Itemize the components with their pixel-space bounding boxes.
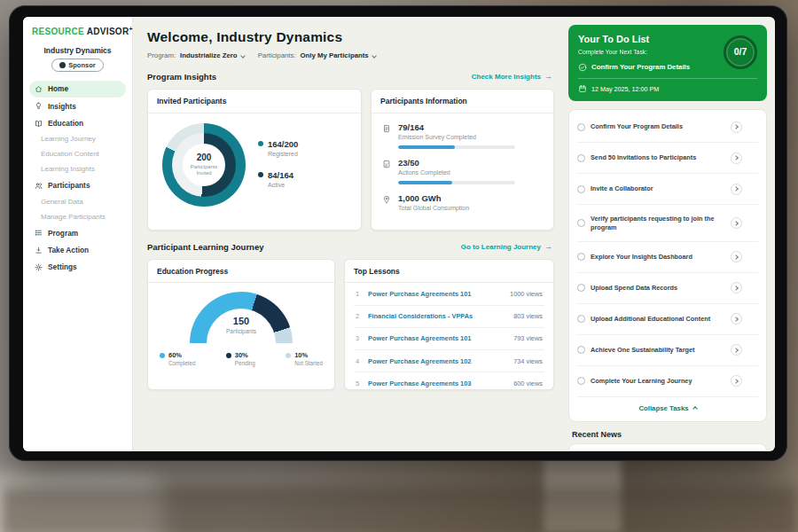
task-item[interactable]: Achieve One Sustainability Target — [577, 335, 758, 366]
invited-donut-chart: 200 Participants Invited — [162, 123, 246, 207]
task-chevron-icon[interactable] — [731, 121, 742, 133]
list-icon — [35, 229, 43, 237]
sidebar-item-learning-journey[interactable]: Learning Journey — [29, 132, 126, 147]
task-item[interactable]: Upload Additional Educational Content — [577, 304, 758, 335]
section-title-learning-journey: Participant Learning Journey — [147, 242, 263, 253]
sidebar-item-manage-participants[interactable]: Manage Participants — [29, 209, 126, 224]
task-chevron-icon[interactable] — [731, 153, 742, 164]
check-more-insights-link[interactable]: Check More Insights→ — [472, 72, 552, 82]
arrow-right-icon: → — [544, 72, 552, 82]
info-row: 23/50 Actions Completed — [380, 149, 544, 184]
info-row: 1,000 GWh Total Global Consumption — [380, 184, 544, 213]
card-title: Education Progress — [148, 267, 334, 284]
task-item[interactable]: Send 50 Invitations to Participants — [577, 143, 758, 174]
task-chevron-icon[interactable] — [731, 184, 742, 195]
lesson-row: 2 Financial Considerations - VPPAs 803 v… — [354, 306, 544, 328]
sidebar-item-label: Insights — [48, 102, 76, 111]
program-insights-header: Program Insights Check More Insights→ — [147, 72, 552, 82]
sidebar-item-take-action[interactable]: Take Action — [29, 242, 126, 259]
insights-cards-row: Invited Participants 200 Participants In… — [147, 89, 554, 231]
donut-center: 200 Participants Invited — [183, 144, 225, 186]
task-chevron-icon[interactable] — [731, 313, 742, 325]
sidebar-item-settings[interactable]: Settings — [29, 259, 126, 276]
calendar-icon — [578, 84, 587, 93]
gauge-dot-notstarted — [286, 353, 291, 358]
sidebar-item-general-data[interactable]: General Data — [29, 194, 126, 209]
todo-next-task[interactable]: Confirm Your Program Details — [578, 63, 716, 72]
sidebar-item-program[interactable]: Program — [29, 224, 126, 241]
progress-track — [398, 181, 515, 184]
sponsor-icon — [59, 62, 66, 68]
sidebar-item-label: Program — [48, 229, 78, 238]
task-checkbox[interactable] — [577, 253, 585, 261]
lesson-link[interactable]: Power Purchase Agreements 102 — [368, 357, 507, 365]
task-item[interactable]: Invite a Collaborator — [577, 174, 758, 205]
sidebar-item-label: Education — [48, 119, 83, 128]
gauge-dot-completed — [160, 353, 165, 358]
sidebar-item-insights[interactable]: Insights — [29, 98, 126, 114]
progress-track — [398, 145, 515, 149]
bulb-icon — [35, 102, 43, 110]
sidebar-item-education-content[interactable]: Education Content — [29, 147, 126, 162]
sidebar-item-home[interactable]: Home — [29, 81, 126, 98]
gauge-center-label: Participants — [190, 328, 293, 335]
task-checkbox[interactable] — [577, 185, 585, 193]
sidebar-item-participants[interactable]: Participants — [29, 177, 126, 194]
task-chevron-icon[interactable] — [731, 344, 742, 356]
task-checkbox[interactable] — [577, 346, 585, 354]
participants-filter-label: Participants: — [258, 51, 296, 60]
lesson-link[interactable]: Financial Considerations - VPPAs — [368, 312, 507, 320]
task-chevron-icon[interactable] — [731, 282, 742, 293]
task-checkbox[interactable] — [577, 377, 585, 385]
task-checkbox[interactable] — [577, 123, 585, 131]
donut-wrap: 200 Participants Invited 164/200Register… — [157, 113, 352, 207]
main-content: Welcome, Industry Dynamics Program: Indu… — [133, 17, 566, 451]
task-checkbox[interactable] — [577, 154, 585, 162]
program-filter-label: Program: — [147, 51, 176, 60]
arrow-right-icon: → — [544, 242, 552, 252]
task-checkbox[interactable] — [577, 219, 585, 227]
sidebar-nav: Home Insights Education Learning Journey… — [29, 81, 126, 277]
org-name: Industry Dynamics — [29, 46, 126, 56]
legend-item: 30%Pending — [226, 351, 255, 366]
gear-icon — [35, 263, 43, 271]
brand-primary: RESOURCE — [32, 27, 84, 36]
top-lessons-card: Top Lessons 1 Power Purchase Agreements … — [344, 259, 554, 390]
lesson-link[interactable]: Power Purchase Agreements 101 — [368, 334, 507, 342]
lesson-row: 4 Power Purchase Agreements 102 734 view… — [354, 350, 544, 372]
go-to-learning-journey-link[interactable]: Go to Learning Journey→ — [461, 242, 552, 252]
gauge-wrap: 150 Participants 60%Completed 30%Pending — [157, 283, 325, 366]
task-item[interactable]: Upload Spend Data Records — [577, 273, 758, 304]
lesson-link[interactable]: Power Purchase Agreements 103 — [368, 379, 507, 387]
task-item[interactable]: Confirm Your Program Details — [577, 112, 758, 143]
task-item[interactable]: Verify participants requesting to join t… — [577, 205, 758, 242]
sidebar-item-learning-insights[interactable]: Learning Insights — [29, 162, 126, 177]
task-item[interactable]: Explore Your Insights Dashboard — [577, 242, 758, 273]
todo-card: Your To Do List Complete Your Next Task:… — [568, 25, 767, 101]
check-circle-icon — [578, 63, 587, 72]
lesson-row: 5 Power Purchase Agreements 103 600 view… — [354, 372, 544, 394]
info-row: 79/164 Emission Survey Completed — [380, 113, 544, 149]
task-chevron-icon[interactable] — [731, 251, 742, 262]
task-chevron-icon[interactable] — [731, 217, 742, 229]
task-checkbox[interactable] — [577, 315, 585, 323]
participants-filter-select[interactable]: Only My Participants — [301, 51, 376, 60]
task-item[interactable]: Complete Your Learning Journey — [577, 366, 758, 397]
program-filter-select[interactable]: Industrialize Zero — [180, 51, 245, 60]
task-chevron-icon[interactable] — [731, 375, 742, 387]
sidebar-item-education[interactable]: Education — [29, 115, 126, 132]
chevron-up-icon — [692, 406, 698, 411]
monitor-bezel: RESOURCE ADVISOR+ Industry Dynamics Spon… — [9, 5, 787, 461]
gauge-dot-pending — [226, 353, 231, 358]
todo-progress-badge: 0/7 — [724, 35, 757, 69]
filters-bar: Program: Industrialize Zero Participants… — [147, 51, 554, 60]
consumption-icon — [382, 195, 391, 204]
app-logo: RESOURCE ADVISOR+ — [29, 26, 126, 38]
section-title-program-insights: Program Insights — [147, 72, 216, 82]
lesson-link[interactable]: Power Purchase Agreements 101 — [368, 290, 504, 298]
learning-journey-header: Participant Learning Journey Go to Learn… — [147, 242, 552, 253]
sponsor-badge[interactable]: Sponsor — [51, 59, 103, 71]
collapse-tasks-button[interactable]: Collapse Tasks — [577, 397, 758, 419]
task-checkbox[interactable] — [577, 284, 585, 292]
actions-icon — [382, 160, 391, 168]
